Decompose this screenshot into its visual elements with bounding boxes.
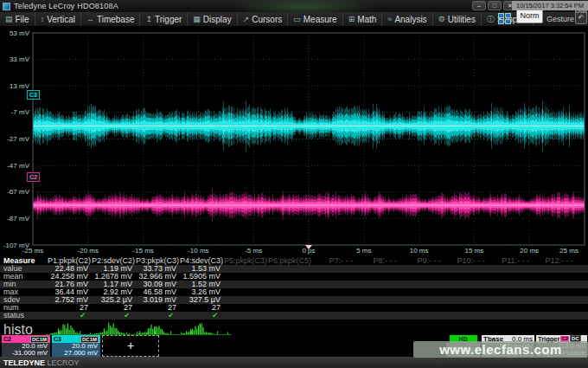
trigger-arrow-icon: ↥ — [145, 15, 152, 23]
measure-cell: 24.258 mV — [48, 273, 92, 281]
param-header: P11:- - - — [489, 256, 533, 265]
add-channel-button[interactable]: + — [102, 335, 159, 357]
menu-item-file[interactable]: ▤File — [0, 12, 35, 26]
measure-cell: 46.58 mV — [136, 288, 180, 296]
menu-item-vertical[interactable]: ↕Vertical — [35, 12, 81, 26]
watermark: www.elecfans.com — [413, 341, 588, 358]
utilities-icon: ⚙ — [438, 15, 445, 23]
menu-item-label: Cursors — [252, 15, 282, 24]
measure-cell: 1.19 mV — [92, 265, 136, 273]
status-check-icon: ✔ — [180, 312, 224, 320]
measure-histograms — [43, 320, 242, 336]
histogram-row: histo — [0, 320, 588, 336]
menu-item-label: Measure — [304, 15, 337, 24]
x-tick-label: 5 ms — [347, 247, 381, 255]
measure-cell: 1.2678 mV — [92, 273, 136, 281]
measure-cell: 27 — [180, 304, 224, 312]
menu-item-analysis[interactable]: ≈Analysis — [382, 12, 432, 26]
channel-c3-descriptor[interactable]: C3 DC1M 20.0 mV 27.000 mV — [52, 335, 100, 357]
x-tick-label: 20 ms — [512, 247, 546, 255]
menu-item-display[interactable]: ▦Display — [188, 12, 237, 26]
c3-offset: 27.000 mV — [54, 350, 98, 357]
measure-cell: 30.09 mV — [136, 281, 180, 288]
menu-item-label: Analysis — [394, 15, 426, 24]
gesture-label[interactable]: Gesture — [546, 15, 574, 23]
measure-cell: 327.5 µV — [180, 296, 224, 304]
measure-cell: 1.17 mV — [92, 281, 136, 288]
math-icon: ⊞ — [348, 15, 355, 23]
x-tick-label: -5 ms — [236, 247, 271, 255]
menu-item-cursors[interactable]: ↗Cursors — [238, 12, 289, 26]
waveform-display[interactable] — [0, 27, 588, 256]
measure-header-row: MeasureP1:pkpk(C2)P2:sdev(C2)P3:pkpk(C3)… — [0, 256, 588, 265]
c2-offset: -31.000 mV — [4, 350, 48, 357]
measure-cell: 27 — [136, 304, 180, 312]
measure-cell: 27 — [48, 304, 92, 312]
menu-item-utilities[interactable]: ⚙Utilities — [433, 12, 482, 26]
param-header: P12:- - - — [533, 256, 577, 265]
menu-item-label: Utilities — [448, 15, 476, 24]
vertical-arrows-icon: ↕ — [41, 15, 45, 23]
measure-cell: 1.5905 mV — [180, 273, 224, 281]
menu-item-trigger[interactable]: ↥Trigger — [140, 12, 188, 26]
window-title: Teledyne LeCroy HDO8108A — [14, 2, 118, 10]
menu-item-label: Vertical — [47, 15, 75, 24]
measure-icon: ▭ — [293, 15, 301, 23]
x-tick-label: -20 ms — [71, 247, 105, 255]
y-tick-label: -27 mV — [0, 135, 29, 143]
y-tick-label: -7 mV — [0, 108, 29, 116]
measure-cell: 325.2 µV — [92, 296, 136, 304]
measure-cell: 32.966 mV — [136, 273, 180, 281]
y-tick-label: -67 mV — [0, 188, 29, 196]
menu-item-label: Timebase — [97, 15, 135, 24]
y-tick-label: 33 mV — [0, 55, 29, 63]
channel-c2-descriptor[interactable]: C2 DC1M 20.0 mV -31.000 mV — [2, 335, 50, 357]
y-tick-label: 53 mV — [0, 29, 29, 37]
x-tick-label: -10 ms — [181, 247, 215, 255]
menu-item-measure[interactable]: ▭Measure — [288, 12, 342, 26]
measure-row-sdev: sdev2.752 mV325.2 µV3.019 mV327.5 µV — [0, 296, 588, 304]
param-header[interactable]: P3:pkpk(C3) — [136, 256, 180, 265]
measure-table: MeasureP1:pkpk(C2)P2:sdev(C2)P3:pkpk(C3)… — [0, 256, 588, 320]
maximize-button[interactable]: □ — [488, 1, 502, 10]
param-header[interactable]: P1:pkpk(C2) — [48, 256, 92, 265]
measure-row-mean: mean24.258 mV1.2678 mV32.966 mV1.5905 mV — [0, 273, 588, 281]
param-header[interactable]: P4:sdev(C3) — [180, 256, 224, 265]
param-header: P8:- - - — [356, 256, 400, 265]
file-icon: ▤ — [5, 15, 13, 23]
channel-c2-position-marker[interactable]: C2 — [27, 172, 40, 182]
horizontal-arrows-icon: ↔ — [86, 15, 94, 23]
status-check-icon: ✔ — [92, 312, 136, 320]
app-icon — [3, 3, 10, 10]
trigger-time-marker[interactable] — [305, 245, 312, 249]
param-header: P6:pkpk(C5) — [268, 256, 312, 265]
measure-cell: 3.019 mV — [136, 296, 180, 304]
row-label: status — [0, 312, 48, 320]
measure-cell: 36.44 mV — [48, 288, 92, 296]
channel-c3-position-marker[interactable]: C3 — [27, 90, 40, 100]
param-header: P10:- - - — [444, 256, 489, 265]
menu-item-math[interactable]: ⊞Math — [343, 12, 383, 26]
menu-item-timebase[interactable]: ↔Timebase — [81, 12, 141, 26]
status-bar: TELEDYNE LECROY — [0, 357, 588, 368]
brand-logo: TELEDYNE LECROY — [0, 358, 80, 367]
param-header[interactable]: P2:sdev(C2) — [92, 256, 136, 265]
x-tick-label: -15 ms — [126, 247, 161, 255]
undo-icon: ↶ — [576, 14, 586, 22]
status-check-icon: ✔ — [136, 312, 180, 320]
measure-cell: 27 — [92, 304, 136, 312]
title-bar: Teledyne LeCroy HDO8108A – □ ✕ — [0, 0, 588, 12]
brand-lecroy: LECROY — [48, 358, 80, 367]
menu-item-label: File — [16, 15, 29, 24]
c3-label: C3 — [54, 336, 61, 342]
grid-layout-icon[interactable] — [498, 13, 512, 25]
menu-item-label: Math — [357, 15, 376, 24]
x-tick-label: 25 ms — [552, 247, 586, 255]
support-icon: ⓘ — [487, 14, 495, 25]
graticule — [0, 27, 588, 256]
menu-item-label: Trigger — [155, 15, 182, 24]
measure-cell: 22.48 mV — [48, 265, 92, 273]
x-tick-label: 10 ms — [402, 247, 437, 255]
status-check-icon: ✔ — [48, 312, 92, 320]
minimize-button[interactable]: – — [472, 1, 486, 10]
